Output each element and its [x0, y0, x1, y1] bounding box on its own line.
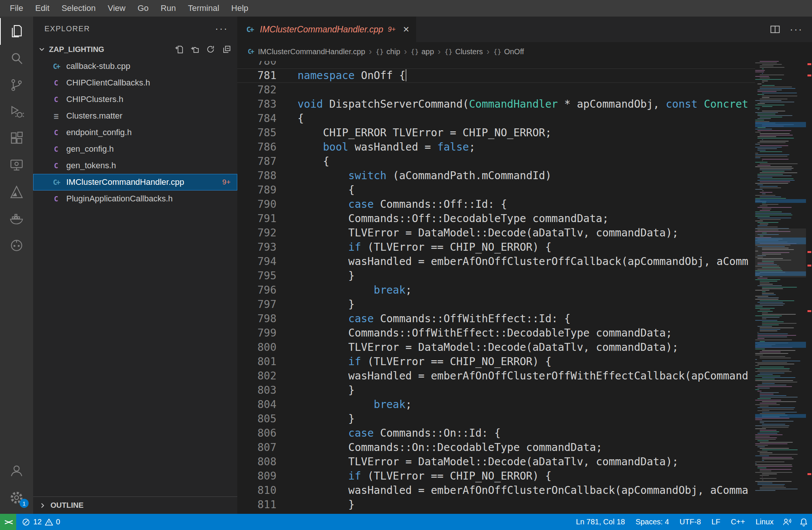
file-item-CHIPClusters.h[interactable]: CCHIPClusters.h — [33, 91, 237, 108]
code-line-787[interactable]: 787 { — [237, 154, 755, 169]
folder-section-header[interactable]: ZAP_LIGHTING — [33, 41, 237, 58]
status-line-col[interactable]: Ln 781, Col 18 — [571, 518, 630, 526]
code-line-796[interactable]: 796 break; — [237, 283, 755, 297]
code-line-802[interactable]: 802 wasHandled = emberAfOnOffClusterOffW… — [237, 369, 755, 383]
file-item-PluginApplicationCallbacks.h[interactable]: CPluginApplicationCallbacks.h — [33, 190, 237, 207]
status-indentation[interactable]: Spaces: 4 — [630, 518, 674, 526]
menu-edit[interactable]: Edit — [29, 3, 55, 13]
code-text: case Commands::Off::Id: { — [276, 197, 507, 212]
breadcrumb-clusters[interactable]: {}Clusters — [444, 47, 483, 56]
new-folder-icon[interactable] — [188, 43, 201, 56]
more-actions-icon[interactable]: ··· — [215, 23, 228, 35]
new-file-icon[interactable] — [172, 43, 185, 56]
file-item-endpoint_config.h[interactable]: Cendpoint_config.h — [33, 124, 237, 141]
split-editor-icon[interactable] — [768, 22, 782, 37]
code-line-783[interactable]: 783void DispatchServerCommand(CommandHan… — [237, 97, 755, 111]
menu-file[interactable]: File — [4, 3, 29, 13]
feedback-icon[interactable] — [779, 517, 795, 527]
outline-section[interactable]: OUTLINE — [33, 496, 237, 514]
status-language[interactable]: C++ — [725, 518, 750, 526]
search-icon[interactable] — [0, 45, 33, 72]
menu-go[interactable]: Go — [131, 3, 154, 13]
source-control-icon[interactable] — [0, 72, 33, 98]
code-line-801[interactable]: 801 if (TLVError == CHIP_NO_ERROR) { — [237, 355, 755, 369]
code-line-780[interactable]: 780 — [237, 61, 755, 69]
menu-terminal[interactable]: Terminal — [182, 3, 225, 13]
breadcrumb-onoff[interactable]: {}OnOff — [493, 47, 524, 56]
file-item-IMClusterCommandHandler.cpp[interactable]: C+IMClusterCommandHandler.cpp9+ — [33, 174, 237, 190]
code-line-804[interactable]: 804 break; — [237, 398, 755, 412]
code-line-790[interactable]: 790 case Commands::Off::Id: { — [237, 197, 755, 212]
docker-icon[interactable] — [0, 205, 33, 232]
menu-selection[interactable]: Selection — [55, 3, 102, 13]
code-line-781[interactable]: 781namespace OnOff { — [237, 69, 755, 83]
cpp-file-icon: C+ — [246, 48, 255, 55]
bell-icon[interactable] — [795, 517, 812, 527]
settings-gear-icon[interactable]: 1 — [0, 484, 33, 511]
h-file-icon: C — [50, 79, 62, 87]
breadcrumb-chip[interactable]: {}chip — [375, 47, 400, 56]
code-line-784[interactable]: 784{ — [237, 111, 755, 126]
code-line-793[interactable]: 793 if (TLVError == CHIP_NO_ERROR) { — [237, 240, 755, 254]
status-bar-left: >< 12 0 — [0, 514, 66, 530]
code-line-795[interactable]: 795 } — [237, 269, 755, 283]
explorer-icon[interactable] — [0, 18, 33, 45]
menu-view[interactable]: View — [102, 3, 131, 13]
h-file-icon: C — [50, 95, 62, 104]
menu-help[interactable]: Help — [225, 3, 254, 13]
minimap[interactable] — [755, 61, 806, 514]
breadcrumb-imclustercommandhandler.cpp[interactable]: C+IMClusterCommandHandler.cpp — [246, 47, 365, 56]
file-item-gen_tokens.h[interactable]: Cgen_tokens.h — [33, 157, 237, 174]
problems-badge: 9+ — [222, 178, 230, 186]
code-line-812[interactable]: 812 break; — [237, 512, 755, 514]
remote-explorer-icon[interactable] — [0, 152, 33, 178]
code-line-791[interactable]: 791 Commands::Off::DecodableType command… — [237, 212, 755, 226]
code-line-797[interactable]: 797 } — [237, 297, 755, 312]
code-line-782[interactable]: 782 — [237, 83, 755, 97]
code-line-810[interactable]: 810 wasHandled = emberAfOnOffClusterOnCa… — [237, 483, 755, 498]
code-line-811[interactable]: 811 } — [237, 498, 755, 512]
code-line-803[interactable]: 803 } — [237, 383, 755, 398]
minimap-slider[interactable] — [755, 228, 806, 277]
code-line-807[interactable]: 807 Commands::On::DecodableType commandD… — [237, 440, 755, 455]
run-debug-icon[interactable] — [0, 98, 33, 125]
line-number: 782 — [237, 83, 276, 97]
code-line-798[interactable]: 798 case Commands::OffWithEffect::Id: { — [237, 312, 755, 326]
collapse-all-icon[interactable] — [220, 43, 233, 56]
more-actions-icon[interactable]: ··· — [790, 24, 803, 35]
file-item-gen_config.h[interactable]: Cgen_config.h — [33, 141, 237, 157]
code-lines[interactable]: 780781namespace OnOff {782783void Dispat… — [237, 61, 755, 514]
close-tab-icon[interactable]: × — [403, 24, 409, 35]
file-item-Clusters.matter[interactable]: ≡Clusters.matter — [33, 108, 237, 124]
file-item-callback-stub.cpp[interactable]: C+callback-stub.cpp — [33, 58, 237, 75]
code-line-800[interactable]: 800 TLVError = DataModel::Decode(aDataTl… — [237, 340, 755, 355]
code-line-789[interactable]: 789 { — [237, 183, 755, 197]
status-eol[interactable]: LF — [706, 518, 725, 526]
code-line-786[interactable]: 786 bool wasHandled = false; — [237, 140, 755, 154]
problems-status[interactable]: 12 0 — [16, 518, 65, 527]
code-line-794[interactable]: 794 wasHandled = emberAfOnOffClusterOffC… — [237, 254, 755, 269]
file-item-CHIPClientCallbacks.h[interactable]: CCHIPClientCallbacks.h — [33, 75, 237, 91]
code-line-806[interactable]: 806 case Commands::On::Id: { — [237, 426, 755, 440]
status-encoding[interactable]: UTF-8 — [674, 518, 706, 526]
cmake-icon[interactable] — [0, 178, 33, 205]
tab-imclustercommandhandler[interactable]: C+ IMClusterCommandHandler.cpp 9+ × — [237, 17, 416, 42]
status-remote-os[interactable]: Linux — [750, 518, 779, 526]
overview-ruler[interactable] — [806, 61, 812, 514]
error-mark — [807, 473, 811, 475]
refresh-icon[interactable] — [204, 43, 217, 56]
code-line-788[interactable]: 788 switch (aCommandPath.mCommandId) — [237, 169, 755, 183]
code-line-805[interactable]: 805 } — [237, 412, 755, 426]
code-line-799[interactable]: 799 Commands::OffWithEffect::DecodableTy… — [237, 326, 755, 340]
code-line-809[interactable]: 809 if (TLVError == CHIP_NO_ERROR) { — [237, 469, 755, 483]
remote-indicator[interactable]: >< — [0, 514, 16, 530]
code-line-808[interactable]: 808 TLVError = DataModel::Decode(aDataTl… — [237, 455, 755, 469]
tab-label: IMClusterCommandHandler.cpp — [260, 24, 383, 35]
menu-run[interactable]: Run — [155, 3, 182, 13]
extensions-icon[interactable] — [0, 125, 33, 152]
platformio-icon[interactable] — [0, 232, 33, 259]
code-line-785[interactable]: 785 CHIP_ERROR TLVError = CHIP_NO_ERROR; — [237, 126, 755, 140]
code-line-792[interactable]: 792 TLVError = DataModel::Decode(aDataTl… — [237, 226, 755, 240]
accounts-icon[interactable] — [0, 457, 33, 484]
breadcrumb-app[interactable]: {}app — [411, 47, 434, 56]
